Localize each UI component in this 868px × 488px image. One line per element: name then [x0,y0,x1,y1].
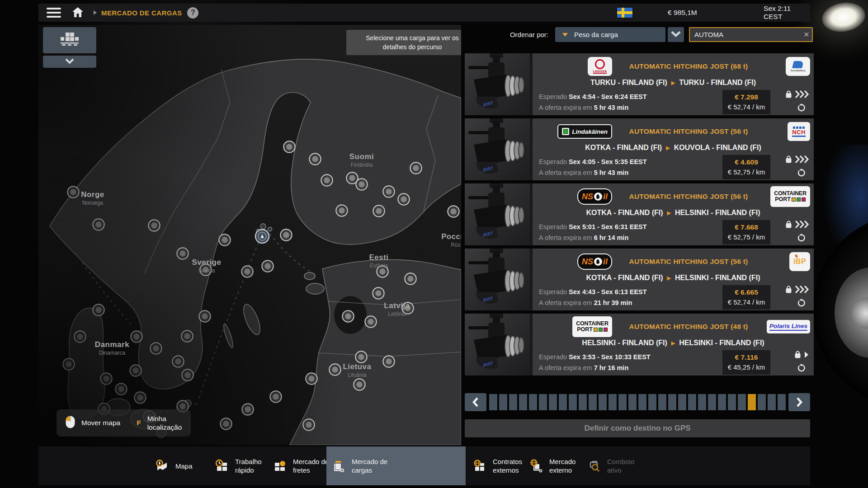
cargo-list: JOST LADOGA AUTOMATIC HITCHING JOST (68 … [465,53,814,379]
price-per-km: € 52,74 / km [728,297,765,307]
page-square[interactable] [698,394,706,410]
world-map[interactable]: Selecione uma carga para ver os detalhes… [38,25,461,445]
nav-cargo-market[interactable]: Mercado decargas [326,446,466,485]
nav-quick-job[interactable]: Trabalhorápido [215,446,262,485]
city-dot [398,193,409,205]
cargo-route: KOTKA - FINLAND (FI) ▶ HELSINKI - FINLAN… [536,207,810,219]
pagination [465,393,810,411]
nav-label: Trabalhorápido [235,457,262,474]
nav-external-market[interactable]: Mercadoexterno [529,446,576,485]
city-dot [181,330,193,342]
chevron-down-icon [670,31,682,39]
next-page-button[interactable] [788,393,810,411]
route-origin: KOTKA - FINLAND (FI) [586,209,663,217]
price-box: € 6.665 € 52,74 / km [722,285,770,310]
prev-page-button[interactable] [465,393,486,411]
heavy-cargo-icon [785,285,792,296]
page-square[interactable] [758,394,766,410]
clear-search-icon[interactable]: × [804,29,809,40]
page-square[interactable] [628,394,637,410]
sort-expand-button[interactable] [668,27,684,42]
page-square[interactable] [589,394,597,410]
cargo-route: KOTKA - FINLAND (FI) ▶ KOUVOLA - FINLAND… [536,142,810,154]
home-button[interactable] [72,6,84,19]
page-square[interactable] [618,394,627,410]
page-square[interactable] [549,394,557,410]
game-time: Sex 2:11 CEST [764,5,810,21]
page-square[interactable] [728,394,736,410]
price-per-km: € 52,75 / km [728,167,765,177]
hiiumaa-island [304,272,315,280]
cargo-thumbnail: JOST [465,118,530,180]
city-dot [74,331,85,342]
cargo-offer-row[interactable]: JOST CONTAINERPORT AUTOMATIC HITCHING JO… [465,314,814,375]
logo-ibp: iBP [789,252,810,271]
page-square[interactable] [559,394,567,410]
page-square[interactable] [678,394,686,410]
page-square[interactable] [539,394,547,410]
city-dot [177,248,188,259]
page-square[interactable] [718,394,726,410]
page-square[interactable] [638,394,646,410]
page-square[interactable] [648,394,656,410]
nav-label: Mercado decargas [352,457,387,474]
heavy-cargo-icon [785,220,792,230]
page-square[interactable] [768,394,776,410]
city-dot [383,186,394,197]
page-square[interactable] [489,394,497,410]
hamburger-menu-button[interactable] [47,8,61,18]
page-square[interactable] [569,394,577,410]
cargo-price: € 7.116 [735,352,758,362]
nav-external-contracts[interactable]: Contratosexternos [472,446,522,485]
nav-convoy[interactable]: Comboioativo [587,446,634,485]
cargo-route: TURKU - FINLAND (FI) ▶ TURKU - FINLAND (… [536,77,810,89]
page-square[interactable] [609,394,617,410]
cargo-route: KOTKA - FINLAND (FI) ▶ HELSINKI - FINLAN… [536,272,810,284]
page-square[interactable] [778,394,786,410]
cargo-offer-row[interactable]: JOST Lindakäinen AUTOMATIC HITCHING JOST… [465,118,814,180]
collapse-button[interactable] [43,56,96,68]
cargo-offer-row[interactable]: JOST NSil AUTOMATIC HITCHING JOST (56 t)… [465,183,814,245]
shipper-logo: CONTAINERPORT [536,316,612,337]
move-map-label[interactable]: Mover mapa [81,419,120,427]
help-button[interactable]: ? [187,7,198,19]
cargo-offer-row[interactable]: JOST LADOGA AUTOMATIC HITCHING JOST (68 … [465,53,814,115]
shipper-logo: LADOGA [536,57,612,76]
sort-dropdown[interactable]: Peso da carga [555,27,665,42]
saaremaa-island [306,283,324,294]
search-input[interactable] [689,27,813,42]
cargo-attribute-icons [777,285,810,309]
page-square[interactable] [499,394,507,410]
nav-map[interactable]: Mapa [155,446,193,485]
price-box: € 7.298 € 52,74 / km [722,90,770,114]
page-square[interactable] [658,394,666,410]
cargo-times: Esperado Sex 5:01 - Sex 6:31 EEST A ofer… [536,221,722,243]
price-box: € 7.668 € 52,75 / km [722,220,770,244]
cargo-offer-row[interactable]: JOST NSil AUTOMATIC HITCHING JOST (56 t)… [465,249,814,310]
page-square[interactable] [579,394,587,410]
page-square[interactable] [529,394,537,410]
nav-freight-market[interactable]: Mercado defretes [273,446,329,485]
oland-island [222,323,235,349]
page-square[interactable] [738,394,746,410]
page-square[interactable] [688,394,696,410]
city-dot [220,418,231,429]
cargo-times: Esperado Sex 3:53 - Sex 10:33 EEST A ofe… [536,352,722,373]
page-square[interactable] [668,394,676,410]
quick-job-icon [215,459,229,473]
receiver-logo: iBP [765,252,810,271]
map-controls-hint: Mover mapa F Minha localização [57,409,191,436]
page-square[interactable] [519,394,527,410]
logo-lindakainen: Lindakäinen [557,124,612,139]
page-square[interactable] [708,394,716,410]
page-square[interactable] [599,394,607,410]
page-square[interactable] [509,394,517,410]
my-location-label[interactable]: Minha localização [147,414,182,432]
city-dot [342,310,354,322]
cargo-thumbnail: JOST [465,53,530,115]
receiver-logo: NCH [765,122,810,141]
cargo-overview-button[interactable] [43,27,96,53]
set-gps-destination-button[interactable]: Definir como destino no GPS [465,419,810,437]
city-dot [303,419,314,430]
page-square-active[interactable] [748,394,756,410]
